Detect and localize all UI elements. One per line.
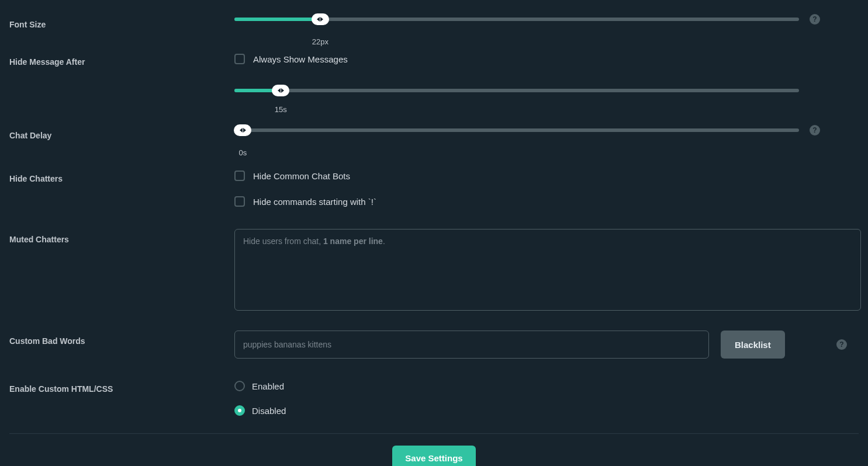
hide-after-slider[interactable]: [234, 89, 799, 92]
save-button[interactable]: Save Settings: [392, 446, 475, 466]
hide-commands-checkbox[interactable]: [234, 196, 245, 207]
bad-words-label: Custom Bad Words: [9, 331, 234, 346]
font-size-value: 22px: [312, 37, 328, 46]
hide-chatters-row: Hide Chatters Hide Common Chat Bots Hide…: [9, 154, 859, 215]
chevron-right-icon: [320, 17, 323, 22]
chevron-right-icon: [243, 128, 246, 133]
custom-html-label: Enable Custom HTML/CSS: [9, 378, 234, 394]
slider-thumb[interactable]: [312, 13, 329, 25]
muted-chatters-row: Muted Chatters Hide users from chat, 1 n…: [9, 215, 859, 317]
hide-chatters-label: Hide Chatters: [9, 168, 234, 183]
chat-delay-row: Chat Delay ? 0s: [9, 111, 859, 154]
muted-chatters-textarea[interactable]: Hide users from chat, 1 name per line.: [234, 229, 861, 311]
hide-after-row: Hide Message After Always Show Messages …: [9, 43, 859, 111]
font-size-label: Font Size: [9, 14, 234, 29]
chat-delay-label: Chat Delay: [9, 125, 234, 140]
chat-delay-value: 0s: [239, 148, 247, 157]
muted-chatters-label: Muted Chatters: [9, 229, 234, 244]
font-size-row: Font Size ? 22px: [9, 0, 859, 43]
font-size-slider[interactable]: [234, 18, 799, 21]
enabled-radio-label: Enabled: [252, 381, 284, 391]
footer: Save Settings: [9, 434, 859, 466]
slider-thumb[interactable]: [272, 85, 289, 96]
hide-bots-label: Hide Common Chat Bots: [253, 171, 350, 181]
help-icon[interactable]: ?: [836, 339, 847, 350]
disabled-radio[interactable]: [234, 405, 245, 416]
help-icon[interactable]: ?: [810, 14, 820, 25]
chevron-left-icon: [317, 17, 320, 22]
disabled-radio-label: Disabled: [252, 406, 286, 416]
hide-bots-checkbox[interactable]: [234, 171, 245, 181]
chat-delay-slider[interactable]: [234, 128, 799, 132]
bad-words-input[interactable]: [234, 331, 709, 359]
blacklist-button[interactable]: Blacklist: [721, 331, 785, 359]
custom-html-row: Enable Custom HTML/CSS Enabled Disabled: [9, 364, 859, 424]
hide-after-value: 15s: [275, 105, 287, 114]
chevron-right-icon: [281, 88, 284, 93]
enabled-radio[interactable]: [234, 381, 245, 391]
always-show-checkbox[interactable]: [234, 54, 245, 64]
chevron-left-icon: [278, 88, 281, 93]
always-show-label: Always Show Messages: [253, 54, 348, 64]
hide-after-label: Hide Message After: [9, 51, 234, 67]
slider-thumb[interactable]: [234, 124, 251, 136]
hide-commands-label: Hide commands starting with `!`: [253, 197, 376, 207]
bad-words-row: Custom Bad Words Blacklist ?: [9, 317, 859, 364]
help-icon[interactable]: ?: [810, 125, 820, 135]
chevron-left-icon: [240, 128, 243, 133]
